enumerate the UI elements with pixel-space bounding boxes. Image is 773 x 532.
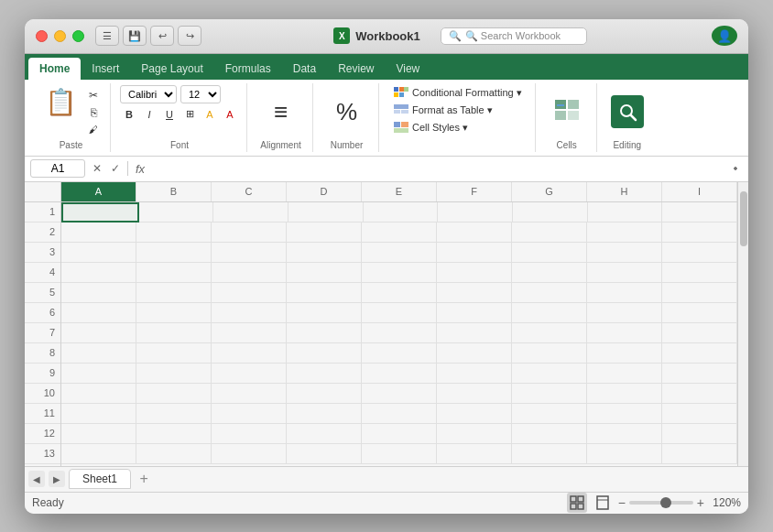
save-button[interactable]: 💾: [123, 26, 147, 46]
grid-cell[interactable]: [662, 303, 737, 323]
grid-cell[interactable]: [287, 263, 362, 283]
grid-cell[interactable]: [289, 202, 364, 223]
grid-cell[interactable]: [212, 343, 287, 364]
redo-button[interactable]: ↪: [178, 26, 201, 46]
grid-cell[interactable]: [61, 202, 139, 223]
font-family-select[interactable]: Calibri: [120, 85, 177, 103]
grid-cell[interactable]: [512, 243, 587, 263]
tab-formulas[interactable]: Formulas: [214, 58, 282, 80]
font-size-select[interactable]: 12: [180, 85, 221, 103]
grid-cell[interactable]: [362, 364, 437, 384]
grid-cell[interactable]: [587, 303, 662, 323]
col-header-h[interactable]: H: [587, 182, 662, 201]
grid-cell[interactable]: [662, 384, 737, 404]
grid-cell[interactable]: [587, 343, 662, 364]
grid-cell[interactable]: [587, 364, 662, 384]
grid-cell[interactable]: [587, 283, 662, 303]
grid-cell[interactable]: [287, 223, 362, 243]
grid-cell[interactable]: [437, 343, 512, 364]
tab-page-layout[interactable]: Page Layout: [130, 58, 213, 80]
grid-cell[interactable]: [512, 343, 587, 364]
formula-confirm-button[interactable]: ✓: [107, 160, 124, 177]
grid-cell[interactable]: [136, 364, 212, 384]
tab-view[interactable]: View: [385, 58, 430, 80]
col-header-c[interactable]: C: [212, 182, 287, 201]
grid-cell[interactable]: [437, 404, 512, 424]
grid-cell[interactable]: [136, 263, 212, 283]
grid-cell[interactable]: [512, 444, 587, 464]
grid-cell[interactable]: [362, 444, 437, 464]
number-button[interactable]: %: [331, 97, 364, 126]
grid-cell[interactable]: [212, 243, 287, 263]
col-header-i[interactable]: I: [662, 182, 737, 201]
grid-cell[interactable]: [662, 364, 737, 384]
grid-cell[interactable]: [61, 303, 136, 323]
undo-button[interactable]: ↩: [150, 26, 174, 46]
grid-cell[interactable]: [437, 223, 512, 243]
border-button[interactable]: ⊞: [180, 105, 199, 124]
maximize-button[interactable]: [72, 30, 84, 42]
grid-cell[interactable]: [61, 223, 136, 243]
grid-cell[interactable]: [212, 283, 287, 303]
add-user-button[interactable]: 👤: [712, 26, 737, 46]
grid-cell[interactable]: [136, 444, 212, 464]
alignment-button[interactable]: ≡: [265, 97, 298, 126]
col-header-e[interactable]: E: [362, 182, 437, 201]
grid-cell[interactable]: [61, 424, 136, 444]
grid-cell[interactable]: [362, 283, 437, 303]
grid-cell[interactable]: [213, 202, 289, 223]
col-header-b[interactable]: B: [136, 182, 212, 201]
grid-cell[interactable]: [287, 404, 362, 424]
grid-cell[interactable]: [662, 243, 737, 263]
grid-cell[interactable]: [287, 303, 362, 323]
grid-cell[interactable]: [362, 404, 437, 424]
grid-cell[interactable]: [364, 202, 439, 223]
grid-cell[interactable]: [362, 424, 437, 444]
cell-styles-button[interactable]: Cell Styles ▾: [388, 120, 528, 136]
minimize-button[interactable]: [54, 30, 66, 42]
grid-cell[interactable]: [437, 303, 512, 323]
grid-cell[interactable]: [512, 263, 587, 283]
grid-cell[interactable]: [136, 323, 212, 343]
scrollbar-track[interactable]: [738, 182, 748, 466]
grid-cell[interactable]: [136, 384, 212, 404]
tab-home[interactable]: Home: [28, 58, 81, 80]
grid-cell[interactable]: [287, 343, 362, 364]
zoom-slider-track[interactable]: [629, 501, 693, 505]
grid-cell[interactable]: [61, 364, 136, 384]
grid-cell[interactable]: [136, 404, 212, 424]
zoom-slider-thumb[interactable]: [660, 497, 671, 508]
format-painter-button[interactable]: 🖌: [84, 122, 103, 138]
grid-cell[interactable]: [437, 283, 512, 303]
grid-cell[interactable]: [287, 283, 362, 303]
fill-color-button[interactable]: A: [201, 105, 219, 124]
grid-cell[interactable]: [212, 223, 287, 243]
grid-cell[interactable]: [512, 323, 587, 343]
grid-cell[interactable]: [362, 303, 437, 323]
grid-cell[interactable]: [212, 404, 287, 424]
col-header-g[interactable]: G: [512, 182, 587, 201]
underline-button[interactable]: U: [160, 105, 179, 124]
grid-cell[interactable]: [437, 364, 512, 384]
grid-cell[interactable]: [587, 384, 662, 404]
formula-input[interactable]: [152, 162, 724, 175]
close-button[interactable]: [36, 30, 48, 42]
editing-button[interactable]: [606, 92, 648, 131]
sheet-next-button[interactable]: ▶: [49, 471, 65, 487]
grid-cell[interactable]: [512, 384, 587, 404]
grid-cell[interactable]: [61, 243, 136, 263]
add-sheet-button[interactable]: +: [135, 470, 153, 488]
grid-cell[interactable]: [136, 303, 212, 323]
grid-cell[interactable]: [437, 323, 512, 343]
grid-cell[interactable]: [662, 223, 737, 243]
vertical-scrollbar[interactable]: [737, 182, 748, 466]
grid-cell[interactable]: [662, 343, 737, 364]
grid-cell[interactable]: [287, 243, 362, 263]
grid-cell[interactable]: [662, 202, 737, 223]
grid-cell[interactable]: [587, 223, 662, 243]
grid-cell[interactable]: [662, 444, 737, 464]
grid-cell[interactable]: [362, 223, 437, 243]
tab-review[interactable]: Review: [327, 58, 385, 80]
col-header-a[interactable]: A: [61, 182, 136, 201]
zoom-plus-button[interactable]: +: [697, 495, 704, 510]
